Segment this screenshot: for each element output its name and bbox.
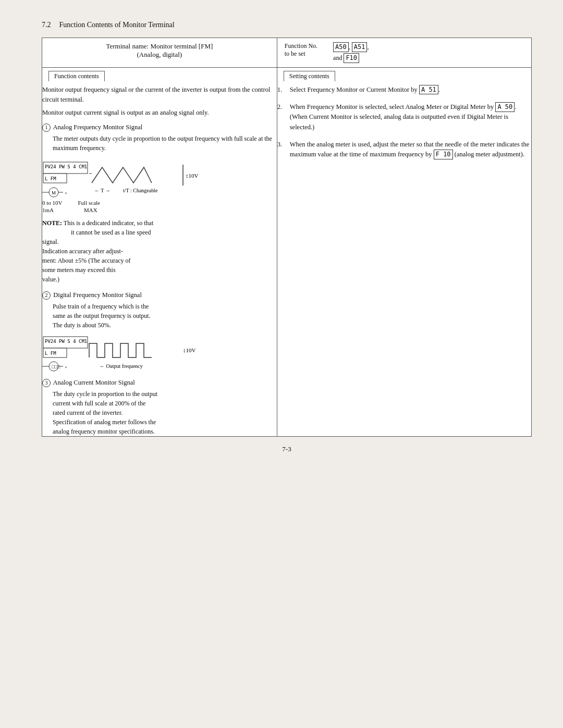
item3-num: 3.: [277, 140, 287, 150]
fn-a50: A50: [333, 42, 349, 52]
setting-tab-row: Setting contents: [277, 68, 531, 81]
item1-text: Select Frequency Monitor or Current Moni…: [290, 85, 531, 95]
section2-title-text: Digital Frequency Monitor Signal: [53, 291, 142, 299]
scale-labels: 0 to 10V Full scale: [42, 200, 277, 206]
section3-body: The duty cycle in proportion to the outp…: [53, 389, 277, 436]
main-table: Terminal name: Monitor terminal [FM] (An…: [42, 38, 532, 437]
digital-waveform-svg: PV24 PW S 4 CM1 L FM ↕10V □□□ + ← Output…: [42, 334, 209, 372]
section2-title: 2 Digital Frequency Monitor Signal: [42, 291, 277, 300]
content-row: Function contents Monitor output frequen…: [42, 67, 532, 437]
scale-0-10v: 0 to 10V: [42, 200, 63, 206]
scale-full: Full scale: [78, 200, 100, 206]
section3-title: 3 Analog Current Monitor Signal: [42, 379, 277, 387]
setting-list: 1. Select Frequency Monitor or Current M…: [277, 85, 531, 160]
item2-num: 2.: [277, 102, 287, 112]
setting-tab[interactable]: Setting contents: [284, 71, 335, 81]
svg-text:PV24 PW  S  4  CM1: PV24 PW S 4 CM1: [45, 164, 87, 169]
section3-title-text: Analog Current Monitor Signal: [53, 379, 134, 386]
item3-text: When the analog meter is used, adjust th…: [290, 140, 531, 160]
svg-text:←  T  →: ← T →: [94, 188, 111, 193]
setting-item-3: 3. When the analog meter is used, adjust…: [277, 140, 531, 160]
item1-boxed: A 51: [419, 85, 438, 95]
setting-item-1: 1. Select Frequency Monitor or Current M…: [277, 85, 531, 95]
scale-max: MAX: [84, 207, 97, 213]
section-heading: 7.2 Function Contents of Monitor Termina…: [42, 21, 532, 29]
diagram2: PV24 PW S 4 CM1 L FM ↕10V □□□ + ← Output…: [42, 334, 277, 372]
svg-text:↕10V: ↕10V: [183, 347, 196, 353]
section1-body: The meter outputs duty cycle in proporti…: [53, 134, 277, 153]
note-section: NOTE: This is a dedicated indicator, so …: [42, 218, 277, 284]
svg-text:PV24 PW  S  4  CM1: PV24 PW S 4 CM1: [45, 339, 87, 344]
note-indent: it cannot be used as a line speed signal…: [42, 229, 151, 283]
circle-1: 1: [42, 124, 51, 132]
intro-p2: Monitor output current signal is output …: [42, 108, 277, 118]
svg-text:M: M: [52, 190, 56, 195]
fn-f10: F10: [344, 53, 359, 63]
svg-text:+: +: [65, 364, 67, 369]
diagram1: PV24 PW S 4 CM1 L FM ↕10V M +: [42, 157, 277, 213]
function-no-cell: Function No. to be set A50, A51, and F10: [277, 38, 531, 68]
item1-num: 1.: [277, 85, 287, 95]
svg-text:L    FM: L FM: [45, 351, 56, 356]
terminal-name-line2: (Analog, digital): [50, 51, 270, 59]
svg-text:□□□: □□□: [52, 364, 60, 369]
note-t1: This is a dedicated indicator, so that: [64, 219, 153, 227]
section2-body: Pulse train of a frequency which is the …: [53, 302, 277, 330]
intro-p1: Monitor output frequency signal or the c…: [42, 85, 277, 105]
item2-text: When Frequency Monitor is selected, sele…: [290, 102, 531, 132]
page-number: 7-3: [282, 445, 291, 453]
section1-title: 1 Analog Frequency Monitor Signal: [42, 124, 277, 132]
fn-a51: A51: [352, 42, 368, 52]
section1-title-text: Analog Frequency Monitor Signal: [53, 124, 142, 131]
fn-no-label: Function No.: [285, 42, 317, 50]
note-label: NOTE:: [42, 219, 62, 227]
item2-boxed: A 50: [495, 102, 515, 112]
scale-1ma: 1mA: [42, 207, 54, 213]
terminal-name-line1: Terminal name: Monitor terminal [FM]: [50, 42, 270, 51]
right-panel: Setting contents 1. Select Frequency Mon…: [277, 67, 531, 437]
analog-waveform-svg: PV24 PW S 4 CM1 L FM ↕10V M +: [42, 157, 209, 199]
section-title: Function Contents of Monitor Terminal: [59, 21, 175, 29]
function-tab[interactable]: Function contents: [48, 71, 105, 81]
svg-text:← Output frequency: ← Output frequency: [100, 363, 143, 369]
svg-text:+: +: [65, 190, 67, 195]
circle-2: 2: [42, 291, 51, 300]
left-panel: Function contents Monitor output frequen…: [42, 67, 277, 437]
svg-text:t/T : Changeable: t/T : Changeable: [123, 188, 158, 193]
fn-values-line2: and F10: [333, 53, 524, 63]
scale-labels2: 1mA MAX: [42, 207, 277, 213]
function-tab-row: Function contents: [42, 68, 277, 81]
header-row: Terminal name: Monitor terminal [FM] (An…: [42, 38, 532, 68]
terminal-name-cell: Terminal name: Monitor terminal [FM] (An…: [42, 38, 277, 68]
function-intro: Monitor output frequency signal or the c…: [42, 85, 277, 118]
svg-text:L    FM: L FM: [45, 176, 56, 181]
fn-values-line1: A50, A51,: [333, 42, 524, 52]
circle-3: 3: [42, 379, 51, 387]
setting-item-2: 2. When Frequency Monitor is selected, s…: [277, 102, 531, 132]
svg-text:↕10V: ↕10V: [186, 172, 199, 179]
item3-boxed: F 10: [434, 150, 453, 159]
fn-to-set-label: to be set: [285, 50, 317, 58]
section-number: 7.2: [42, 21, 51, 29]
page-footer: 7-3: [42, 445, 532, 453]
